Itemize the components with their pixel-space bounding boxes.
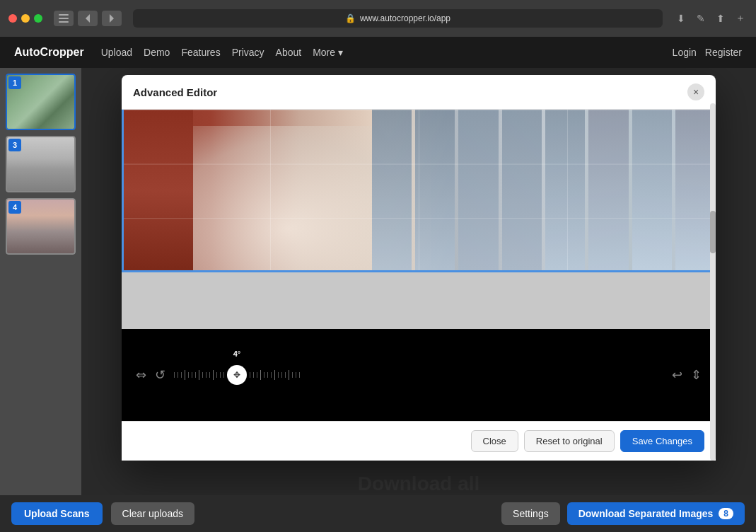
tick <box>195 372 196 378</box>
brand-name[interactable]: AutoCropper <box>14 46 84 59</box>
browser-chrome: 🔒 www.autocropper.io/app ⬇ ✎ ⬆ ＋ <box>0 0 756 37</box>
modal-scrollbar[interactable] <box>710 110 716 421</box>
tick <box>253 372 254 378</box>
tick <box>292 372 293 378</box>
editor-image-area: ⇔ ↺ <box>122 110 716 421</box>
tick <box>264 372 264 378</box>
modal-scrollbar-thumb[interactable] <box>710 211 716 253</box>
tick-major <box>260 370 261 380</box>
tick <box>178 372 178 378</box>
editor-gray-area <box>122 272 716 329</box>
tick <box>299 372 300 378</box>
flip-horizontal-icon[interactable]: ⇔ <box>136 367 146 383</box>
tick-major <box>274 370 275 380</box>
sidebar-item-1[interactable]: 1 <box>6 74 76 130</box>
navbar: AutoCropper Upload Demo Features Privacy… <box>0 37 756 68</box>
sidebar-item-4[interactable]: 4 <box>6 198 76 255</box>
rotation-area: ⇔ ↺ <box>122 329 716 421</box>
navbar-right: Login Register <box>673 47 742 58</box>
save-changes-button[interactable]: Save Changes <box>620 430 704 452</box>
tick-major <box>185 370 185 380</box>
tick <box>223 372 224 378</box>
url-text: www.autocropper.io/app <box>360 13 450 23</box>
tick <box>267 372 268 378</box>
tick <box>271 372 272 378</box>
tick <box>174 372 175 378</box>
tick <box>285 372 286 378</box>
cropped-image[interactable] <box>122 110 716 272</box>
rotation-thumb[interactable]: ✥ 4° <box>227 365 247 385</box>
sidebar-toggle[interactable] <box>54 11 74 26</box>
nav-register[interactable]: Register <box>705 47 742 58</box>
address-bar[interactable]: 🔒 www.autocropper.io/app <box>133 9 663 28</box>
advanced-editor-modal: Advanced Editor × <box>122 75 716 461</box>
rotation-slider[interactable]: ✥ 4° <box>174 365 663 385</box>
nav-more[interactable]: More ▾ <box>313 47 343 58</box>
close-traffic-light[interactable] <box>8 14 17 23</box>
nav-about[interactable]: About <box>276 47 302 58</box>
reset-button[interactable]: Reset to original <box>524 430 615 452</box>
tick <box>192 372 192 378</box>
download-separated-images-button[interactable]: Download Separated Images 8 <box>567 502 745 525</box>
close-modal-button[interactable]: × <box>687 83 704 100</box>
modal-backdrop: Advanced Editor × <box>81 68 756 495</box>
nav-demo[interactable]: Demo <box>144 47 170 58</box>
nav-privacy[interactable]: Privacy <box>232 47 264 58</box>
tick <box>278 372 279 378</box>
tick-major <box>199 370 199 380</box>
tick <box>257 372 257 378</box>
close-button[interactable]: Close <box>471 430 518 452</box>
sidebar-item-num-4: 4 <box>8 201 21 214</box>
tick <box>220 372 221 378</box>
sidebar-item-3[interactable]: 3 <box>6 136 76 192</box>
tick <box>202 372 203 378</box>
browser-icons: ⬇ ✎ ⬆ ＋ <box>674 11 748 25</box>
settings-button[interactable]: Settings <box>501 502 560 525</box>
rotate-icon[interactable]: ↺ <box>155 367 165 383</box>
svg-rect-1 <box>59 18 69 19</box>
close-icon: × <box>693 86 699 98</box>
modal-footer: Close Reset to original Save Changes <box>122 421 716 461</box>
nav-features[interactable]: Features <box>181 47 220 58</box>
tick <box>250 372 250 378</box>
tick <box>281 372 282 378</box>
forward-button[interactable] <box>102 11 122 26</box>
thumb-grab-icon: ✥ <box>233 370 240 380</box>
download-label-text: Download Separated Images <box>578 508 714 519</box>
crop-border-left[interactable] <box>122 110 124 272</box>
nav-login[interactable]: Login <box>673 47 697 58</box>
rotation-ticks: ✥ 4° <box>174 365 663 385</box>
edit-icon[interactable]: ✎ <box>694 11 708 25</box>
bottom-bar-right: Settings Download Separated Images 8 <box>501 502 745 525</box>
tick-major <box>213 370 214 380</box>
minimize-traffic-light[interactable] <box>21 14 30 23</box>
sidebar-item-num-3: 3 <box>8 139 21 151</box>
tick <box>206 372 207 378</box>
share-icon[interactable]: ⬆ <box>714 11 728 25</box>
modal-header: Advanced Editor × <box>122 75 716 110</box>
tick <box>209 372 210 378</box>
flip-vertical-icon[interactable]: ⇕ <box>691 367 702 383</box>
sidebar: 1 3 4 <box>0 68 81 495</box>
traffic-lights <box>8 14 42 23</box>
tick <box>188 372 189 378</box>
new-tab-icon[interactable]: ＋ <box>733 11 748 25</box>
sidebar-item-num-1: 1 <box>8 76 21 89</box>
bottom-bar: Upload Scans Clear uploads Settings Down… <box>0 495 756 532</box>
content-area: Download all Advanced Editor × <box>81 68 756 495</box>
download-badge: 8 <box>719 508 733 519</box>
browser-controls <box>54 11 122 26</box>
lock-icon: 🔒 <box>345 13 356 23</box>
undo-icon[interactable]: ↩ <box>672 367 682 383</box>
svg-rect-2 <box>59 21 69 23</box>
clear-uploads-button[interactable]: Clear uploads <box>111 502 194 525</box>
upload-scans-button[interactable]: Upload Scans <box>11 502 103 525</box>
nav-upload[interactable]: Upload <box>101 47 132 58</box>
download-icon[interactable]: ⬇ <box>674 11 688 25</box>
navbar-links: Upload Demo Features Privacy About More … <box>101 47 343 58</box>
tick <box>296 372 296 378</box>
grid-overlay <box>122 110 716 272</box>
back-button[interactable] <box>78 11 98 26</box>
crop-border-bottom[interactable] <box>122 270 716 272</box>
fullscreen-traffic-light[interactable] <box>34 14 42 23</box>
